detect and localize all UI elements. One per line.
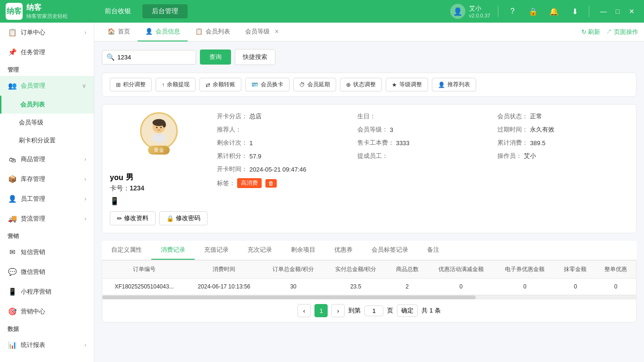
card-icon: 🪪 (251, 82, 258, 88)
nav-tab-backend[interactable]: 后台管理 (142, 4, 188, 18)
page-1-btn[interactable]: 1 (314, 304, 328, 317)
sidebar-item-miniapp[interactable]: 📱 小程序营销 (0, 282, 94, 302)
sidebar-item-marketing[interactable]: 🎯 营销中心 (0, 302, 94, 321)
sub-tab-tags[interactable]: 会员标签记录 (362, 241, 418, 260)
edit-password-btn[interactable]: 🔒 修改密码 (159, 211, 207, 225)
col-discount-amount: 优惠活动满减金额 (427, 261, 495, 279)
sub-tab-custom[interactable]: 自定义属性 (102, 241, 151, 260)
page-input[interactable] (364, 305, 383, 316)
sub-tab-consume[interactable]: 消费记录 (151, 241, 195, 260)
status-adjust-btn[interactable]: ⊕ 状态调整 (340, 78, 382, 91)
staff-arrow: › (84, 196, 86, 202)
sidebar-item-staff[interactable]: 👤 员工管理 › (0, 189, 94, 209)
page-confirm-btn[interactable]: 确定 (397, 304, 418, 317)
sub-tab-remarks[interactable]: 备注 (418, 241, 449, 260)
tab-member-list-label: 会员列表 (206, 27, 230, 36)
orders-icon: 📋 (8, 28, 17, 37)
svg-point-5 (152, 133, 166, 143)
cell-consume-time: 2024-06-17 10:13:56 (186, 279, 262, 295)
tab-page-action-btn[interactable]: ↗ 页面操作 (606, 28, 638, 36)
tab-member-info[interactable]: 👤 会员信息 (138, 23, 188, 41)
user-version: v2.0.0.37 (469, 13, 490, 18)
miniapp-label: 小程序营销 (21, 288, 51, 296)
sidebar-item-tasks[interactable]: 📌 任务管理 (0, 42, 94, 62)
level-adjust-btn[interactable]: ★ 等级调整 (386, 78, 428, 91)
reports-icon: 📊 (8, 341, 17, 349)
close-btn[interactable]: ✕ (625, 5, 638, 18)
search-input[interactable] (102, 50, 196, 65)
points-accumulated-value: 57.9 (249, 153, 261, 160)
tag-del-btn[interactable]: 🗑 (265, 179, 277, 188)
consumption-value: 389.5 (530, 140, 545, 147)
cell-coupon-amount: 0 (495, 279, 555, 295)
bell-icon[interactable]: 🔔 (547, 5, 561, 18)
sidebar-item-inventory[interactable]: 📦 库存管理 › (0, 169, 94, 189)
sidebar-item-reports[interactable]: 📊 统计报表 › (0, 335, 94, 355)
referral-list-btn[interactable]: 👤 推荐列表 (432, 78, 476, 91)
sidebar-item-products[interactable]: 🛍 商品管理 › (0, 149, 94, 169)
lock-icon[interactable]: 🔒 (527, 5, 540, 18)
sms-label: 短信营销 (21, 248, 45, 256)
sub-tab-coupon[interactable]: 优惠券 (325, 241, 362, 260)
nav-tabs-header: 前台收银 后台管理 (95, 4, 188, 18)
referral-label: 推荐列表 (447, 81, 470, 89)
orders-arrow: › (84, 29, 86, 36)
points-adjust-btn[interactable]: ⊞ 积分调整 (110, 78, 152, 91)
products-arrow: › (84, 156, 86, 163)
tab-home[interactable]: 🏠 首页 (100, 23, 138, 41)
balance-transfer-btn[interactable]: ⇄ 余额转账 (199, 78, 241, 91)
sidebar-sub-member-list[interactable]: 会员列表 (0, 96, 94, 114)
sidebar-item-logistics[interactable]: 🚚 货流管理 › (0, 209, 94, 229)
help-icon[interactable]: ? (506, 5, 519, 18)
level-badge: 黄金 (148, 146, 170, 155)
edit-info-btn[interactable]: ✏ 修改资料 (110, 211, 156, 225)
sub-tab-remaining[interactable]: 剩余项目 (281, 241, 325, 260)
prev-page-btn[interactable]: ‹ (297, 304, 311, 317)
maximize-btn[interactable]: □ (611, 5, 624, 18)
total-label: 共 1 条 (421, 306, 440, 315)
logistics-arrow: › (84, 215, 86, 222)
sidebar-item-members[interactable]: 👥 会员管理 ∨ (0, 76, 94, 96)
balance-withdraw-btn[interactable]: ↑ 余额提现 (156, 78, 196, 91)
sidebar-item-wechat[interactable]: 💬 微信营销 (0, 262, 94, 282)
open-time-value: 2024-05-21 09:47:46 (249, 166, 306, 173)
info-tech-fee: 售卡工本费： 3333 (357, 139, 488, 147)
minimize-btn[interactable]: — (597, 5, 610, 18)
sub-tab-times[interactable]: 充次记录 (238, 241, 281, 260)
tab-member-list[interactable]: 📋 会员列表 (188, 23, 238, 41)
info-birthday: 生日： (357, 112, 488, 121)
tab-close-icon[interactable]: ✕ (274, 28, 279, 35)
marketing-label: 营销中心 (21, 307, 45, 316)
header-divider2 (589, 6, 589, 17)
tech-fee-value: 3333 (396, 140, 410, 147)
cell-total-amount: 30 (262, 279, 324, 295)
level-label: 会员等级： (357, 125, 388, 134)
sub-tab-recharge[interactable]: 充值记录 (195, 241, 238, 260)
tab-member-level[interactable]: 会员等级 ✕ (238, 23, 287, 41)
tab-refresh-btn[interactable]: ↻ 刷新 (581, 28, 601, 36)
nav-tab-frontend[interactable]: 前台收银 (95, 4, 140, 18)
sidebar-item-orders[interactable]: 📋 订单中心 › (0, 23, 94, 42)
transfer-icon: ⇄ (206, 82, 210, 88)
download-icon[interactable]: ⬇ (568, 5, 581, 18)
member-gender: 男 (126, 173, 133, 182)
svg-point-4 (160, 127, 162, 128)
next-page-btn[interactable]: › (331, 304, 345, 317)
sidebar-item-sms[interactable]: ✉ 短信营销 (0, 242, 94, 262)
points-label: 积分调整 (123, 81, 146, 89)
extend-btn[interactable]: ⏱ 会员延期 (293, 78, 336, 91)
avatar-svg (145, 117, 173, 145)
member-edit-btns: ✏ 修改资料 🔒 修改密码 (110, 211, 207, 225)
quick-search-button[interactable]: 快捷搜索 (235, 49, 275, 65)
col-total-amount: 订单总金额/积分 (262, 261, 324, 279)
table-row[interactable]: XF180252505104043... 2024-06-17 10:13:56… (102, 279, 636, 295)
content-area: 🏠 首页 👤 会员信息 📋 会员列表 会员等级 ✕ ↻ 刷新 ↗ 页面操作 (94, 23, 644, 362)
scrollbar-thumb[interactable] (102, 296, 476, 299)
sidebar-sub-card-points[interactable]: 刷卡积分设置 (0, 132, 94, 149)
card-replace-btn[interactable]: 🪪 会员换卡 (245, 78, 289, 91)
query-button[interactable]: 查询 (200, 49, 231, 65)
svg-point-3 (156, 127, 157, 128)
top-header: 纳客 纳客 纳客管家历史轻松 前台收银 后台管理 👤 艾小 v2.0.0.37 … (0, 0, 644, 23)
sidebar-sub-member-level[interactable]: 会员等级 (0, 114, 94, 132)
inventory-arrow: › (84, 176, 86, 182)
